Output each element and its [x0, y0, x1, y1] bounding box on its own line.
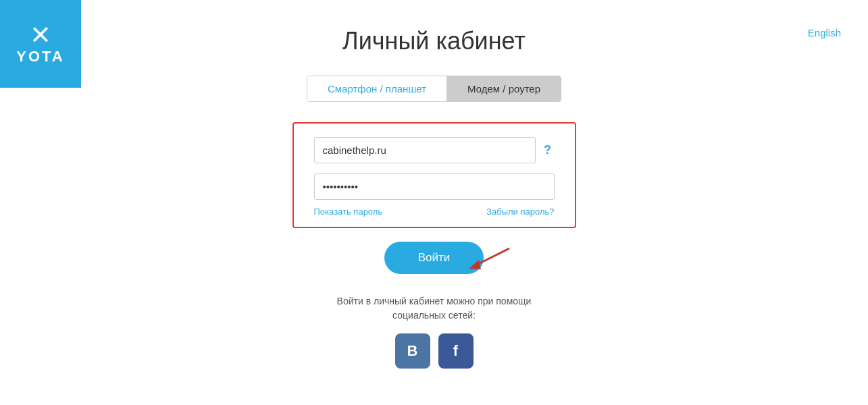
logo: ✕ YOTA	[0, 0, 81, 88]
help-icon[interactable]: ?	[541, 143, 555, 157]
login-form: ? Показать пароль Забыли пароль?	[292, 122, 576, 228]
yota-icon: ✕	[30, 22, 51, 48]
password-input[interactable]	[314, 173, 555, 200]
main-content: Личный кабинет Смартфон / планшет Модем …	[0, 0, 868, 369]
form-links: Показать пароль Забыли пароль?	[314, 207, 555, 217]
svg-line-0	[476, 248, 509, 265]
tab-group: Смартфон / планшет Модем / роутер	[307, 76, 561, 102]
page-title: Личный кабинет	[342, 27, 526, 55]
arrow-indicator	[462, 245, 516, 275]
tab-modem[interactable]: Модем / роутер	[447, 76, 561, 101]
tab-smartphone[interactable]: Смартфон / планшет	[307, 76, 447, 101]
facebook-login-button[interactable]: f	[438, 333, 474, 369]
username-input[interactable]	[314, 137, 536, 163]
logo-text: YOTA	[16, 48, 64, 65]
language-link[interactable]: English	[808, 27, 841, 38]
svg-marker-1	[469, 260, 481, 269]
forgot-password-link[interactable]: Забыли пароль?	[486, 207, 554, 217]
vk-login-button[interactable]: В	[395, 333, 430, 369]
login-button-area: Войти	[384, 242, 484, 274]
show-password-link[interactable]: Показать пароль	[314, 207, 383, 217]
social-login-text: Войти в личный кабинет можно при помощи …	[337, 294, 532, 323]
password-row	[314, 173, 555, 200]
username-row: ?	[314, 137, 555, 163]
social-buttons: В f	[395, 333, 474, 369]
